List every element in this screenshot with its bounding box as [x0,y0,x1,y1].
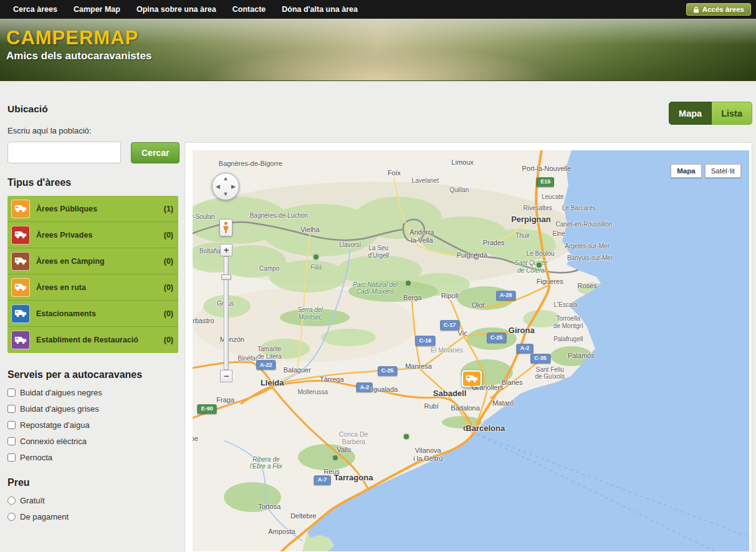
park-poi-icon [313,254,320,261]
map-panel: LourdesArgelès-GazostBagnères-de-Bigorre… [184,142,752,552]
main-area: Mapa Lista [184,81,752,552]
services-list: Buidat d'aigues negresBuidat d'aigues gr… [7,388,178,462]
street-view-pegman[interactable] [219,219,232,236]
nav-item-2[interactable]: Camper Map [65,0,128,19]
service-option[interactable]: Connexió elèctrica [7,437,178,446]
service-option[interactable]: Repostatge d'aigua [7,420,178,430]
camper-area-marker[interactable] [462,370,482,387]
price-radio[interactable] [7,513,16,521]
pan-left-icon[interactable]: ◀ [216,184,220,190]
map-canvas[interactable]: LourdesArgelès-GazostBagnères-de-Bigorre… [193,150,749,551]
brand-subtitle: Amics dels autocaravanistes [6,50,756,62]
nav-item-3[interactable]: Opina sobre una àrea [128,0,224,19]
pegman-icon [222,221,229,234]
service-option[interactable]: Buidat d'aigues negres [7,388,178,397]
park-poi-icon [332,454,338,461]
price-heading: Preu [7,477,178,488]
area-type-count: (0) [164,231,173,240]
price-option[interactable]: De pagament [7,512,178,521]
area-type-label: Àrees en ruta [36,283,164,292]
park-poi-icon [536,261,543,268]
nav-item-1[interactable]: Cerca àrees [5,0,65,19]
nav-item-4[interactable]: Contacte [224,0,274,19]
service-option[interactable]: Pernocta [7,453,178,462]
service-label: Buidat d'aigues grises [20,404,99,414]
zoom-slider-track[interactable] [224,256,229,370]
area-type-row[interactable]: Àrees en ruta(0) [7,274,178,301]
area-type-row[interactable]: Àrees Privades(0) [7,222,178,248]
view-toggle-map-button[interactable]: Mapa [669,102,712,125]
camper-type-icon [11,331,30,349]
service-checkbox[interactable] [7,453,16,462]
area-type-row[interactable]: Establiment de Restauració(0) [7,327,178,353]
service-checkbox[interactable] [7,437,16,445]
area-type-row[interactable]: Estacionaments(0) [7,301,178,327]
pan-right-icon[interactable]: ▶ [231,184,236,190]
price-label: De pagament [20,512,69,521]
zoom-in-button[interactable]: + [220,244,232,256]
view-toggle: Mapa Lista [184,102,752,125]
area-type-count: (0) [164,257,173,266]
brand-title: CAMPERMAP [6,27,756,49]
camper-type-icon [11,252,30,271]
area-type-label: Àrees en Càmping [36,257,164,266]
area-type-label: Establiment de Restauració [36,336,164,344]
map-type-satellite-button[interactable]: Satèl·lit [705,164,741,178]
service-label: Pernocta [20,453,52,462]
price-option[interactable]: Gratuït [7,496,178,505]
area-type-row[interactable]: Àrees Públiques(1) [7,196,178,222]
service-label: Repostatge d'aigua [20,420,90,430]
view-toggle-list-button[interactable]: Lista [712,102,752,125]
search-button[interactable]: Cercar [131,142,179,163]
pan-up-icon[interactable]: ▲ [223,176,229,182]
camper-type-icon [11,304,30,323]
price-radio[interactable] [7,496,16,505]
page-content: Ubicació Escriu aquí la població: Cercar… [0,81,756,552]
service-checkbox[interactable] [7,421,16,429]
park-poi-icon [404,280,411,287]
area-type-row[interactable]: Àrees en Càmping(0) [7,248,178,274]
area-type-label: Àrees Privades [36,231,164,240]
services-heading: Serveis per a autocaravanes [7,369,178,380]
area-type-label: Estacionaments [36,309,164,318]
area-type-count: (0) [164,336,173,344]
header-banner: CAMPERMAP Amics dels autocaravanistes [0,19,756,81]
service-label: Buidat d'aigues negres [20,388,102,397]
nav-items: Cerca àreesCamper MapOpina sobre una àre… [5,0,366,19]
location-heading: Ubicació [7,104,178,115]
filters-sidebar: Ubicació Escriu aquí la població: Cercar… [4,81,184,552]
service-checkbox[interactable] [7,389,16,397]
map-pan-control[interactable]: ▲ ▼ ◀ ▶ [212,173,239,200]
area-type-count: (1) [164,205,173,213]
search-input[interactable] [7,142,121,163]
area-type-label: Àrees Públiques [36,205,164,213]
zoom-slider-handle[interactable] [221,274,231,280]
access-areas-label: Accés àrees [702,6,744,13]
zoom-out-button[interactable]: − [220,370,232,382]
camper-type-icon [11,226,30,245]
area-type-count: (0) [164,283,173,292]
map-type-map-button[interactable]: Mapa [671,164,701,178]
map-type-switcher: Mapa Satèl·lit [671,164,741,178]
camper-type-icon [11,278,30,297]
area-type-count: (0) [164,309,173,318]
search-row: Cercar [7,142,178,163]
service-option[interactable]: Buidat d'aigues grises [7,404,178,414]
search-label: Escriu aquí la població: [7,126,178,135]
pan-down-icon[interactable]: ▼ [223,191,229,197]
service-checkbox[interactable] [7,405,16,413]
park-poi-icon [403,433,409,440]
price-label: Gratuït [20,496,45,505]
map-base-art [193,150,749,551]
map-zoom-control: + − [220,244,232,382]
price-options-list: GratuïtDe pagament [7,496,178,521]
nav-item-5[interactable]: Dóna d'alta una àrea [274,0,366,19]
top-navigation: Cerca àreesCamper MapOpina sobre una àre… [0,0,756,19]
camper-icon [466,374,478,383]
area-type-list: Àrees Públiques(1)Àrees Privades(0)Àrees… [7,196,178,353]
access-areas-button[interactable]: Accés àrees [686,3,751,16]
area-types-heading: Tipus d'àrees [7,177,178,188]
lock-icon [693,6,699,13]
camper-type-icon [11,200,30,218]
service-label: Connexió elèctrica [20,437,87,446]
